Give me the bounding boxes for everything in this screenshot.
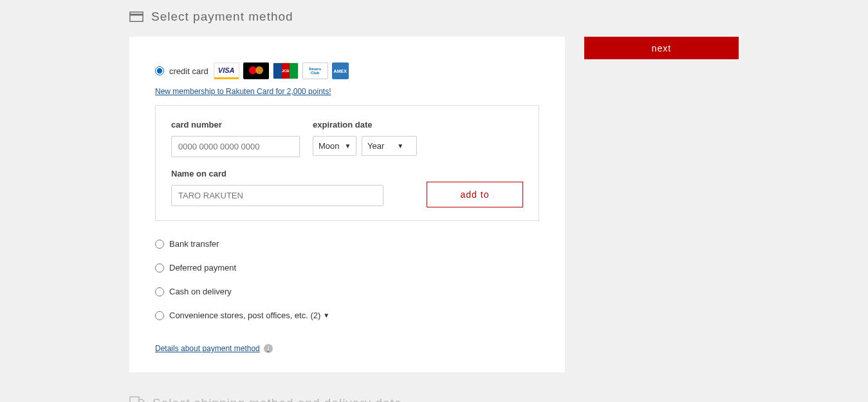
card-number-label: card number [171, 120, 300, 129]
payment-option-credit-card[interactable]: credit card VISA JCB DinersClub AMEX [155, 62, 539, 79]
chevron-down-icon: ▼ [397, 142, 403, 149]
visa-icon: VISA [214, 62, 239, 79]
payment-panel: credit card VISA JCB DinersClub AMEX New… [129, 37, 565, 372]
mastercard-icon [243, 62, 269, 79]
jcb-icon: JCB [273, 62, 299, 79]
svg-rect-1 [130, 14, 143, 15]
svg-rect-0 [130, 12, 143, 22]
label-cod: Cash on delivery [169, 287, 232, 296]
info-icon: i [264, 344, 273, 353]
radio-bank-transfer[interactable] [155, 240, 164, 249]
diners-icon: DinersClub [302, 62, 328, 79]
radio-convenience[interactable] [155, 311, 164, 320]
section-title-2: Select shipping method and delivery date [152, 396, 402, 403]
year-select[interactable]: Year ▼ [362, 136, 417, 156]
sidebar: next [584, 37, 739, 59]
truck-icon [129, 395, 145, 402]
radio-credit-card[interactable] [155, 66, 164, 75]
amex-icon: AMEX [332, 62, 349, 79]
payment-option-convenience[interactable]: Convenience stores, post offices, etc. (… [155, 311, 539, 320]
svg-rect-2 [130, 397, 139, 402]
label-credit-card: credit card [169, 66, 208, 76]
name-on-card-label: Name on card [171, 169, 523, 178]
section-title: Select payment method [151, 10, 293, 24]
card-form: card number expiration date Moon ▼ Year [155, 105, 539, 221]
chevron-down-icon: ▼ [345, 142, 351, 149]
label-bank-transfer: Bank transfer [169, 239, 219, 249]
next-button[interactable]: next [584, 37, 739, 59]
label-deferred: Deferred payment [169, 263, 236, 273]
payment-option-bank-transfer[interactable]: Bank transfer [155, 239, 539, 249]
card-logos: VISA JCB DinersClub AMEX [214, 62, 349, 79]
caret-down-icon: ▼ [323, 312, 329, 319]
promo-link[interactable]: New membership to Rakuten Card for 2,000… [155, 87, 539, 96]
name-on-card-input[interactable] [171, 185, 383, 206]
label-convenience: Convenience stores, post offices, etc. (… [169, 311, 320, 320]
payment-option-cod[interactable]: Cash on delivery [155, 287, 539, 296]
radio-cod[interactable] [155, 287, 164, 296]
card-number-input[interactable] [171, 136, 300, 157]
add-to-button[interactable]: add to [427, 182, 523, 207]
radio-deferred[interactable] [155, 263, 164, 273]
month-select[interactable]: Moon ▼ [313, 136, 356, 156]
payment-option-deferred[interactable]: Deferred payment [155, 263, 539, 273]
credit-card-icon [129, 11, 143, 23]
section-header-shipping: Select shipping method and delivery date [129, 395, 739, 402]
expiration-label: expiration date [313, 120, 420, 129]
section-header-payment: Select payment method [129, 10, 739, 24]
details-link[interactable]: Details about payment method i [155, 344, 273, 353]
